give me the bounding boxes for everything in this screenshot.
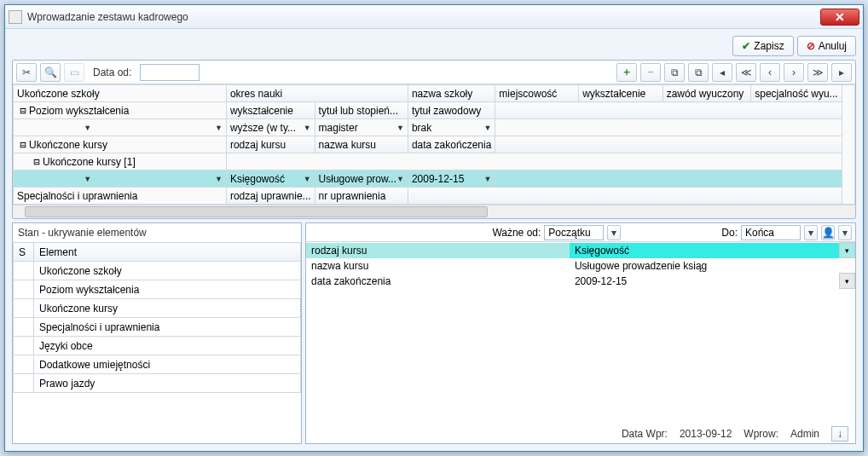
list-item[interactable]: Poziom wykształcenia <box>14 280 301 299</box>
list-item[interactable]: Języki obce <box>14 337 301 355</box>
nav-last-icon[interactable]: ▸ <box>831 63 852 82</box>
dropdown-cell[interactable]: wyższe (w ty...▼ <box>230 122 311 134</box>
chevron-down-icon[interactable]: ▾ <box>838 225 852 240</box>
v-scrollbar[interactable] <box>842 85 854 205</box>
nav-first-icon[interactable]: ◂ <box>712 63 732 82</box>
validity-bar: Ważne od: Początku ▾ Do: Końca ▾ 👤 ▾ <box>306 223 855 242</box>
tools-icon[interactable]: ✂ <box>16 63 37 82</box>
detail-row[interactable]: data zakończenia 2009-12-15 ▾ <box>306 274 855 289</box>
list-item[interactable]: Specjalności i uprawnienia <box>14 318 301 337</box>
chevron-down-icon: ▼ <box>304 175 311 183</box>
table-row[interactable]: Specjalności i uprawnienia rodzaj uprawn… <box>14 188 855 205</box>
item-label: Języki obce <box>34 337 301 355</box>
h-scrollbar[interactable] <box>13 205 855 218</box>
col-header: data zakończenia <box>408 136 495 153</box>
col-header: zawód wyuczony <box>663 85 751 102</box>
valid-to-label: Do: <box>721 227 738 239</box>
chevron-down-icon[interactable]: ▾ <box>840 274 855 289</box>
form-icon[interactable]: ▭ <box>64 63 84 82</box>
col-header: wykształcenie <box>226 102 315 119</box>
copy-left-icon[interactable]: ⧉ <box>664 63 685 82</box>
item-label: Ukończone szkoły <box>34 262 301 280</box>
list-item[interactable]: Dodatkowe umiejętności <box>14 355 301 374</box>
collapse-icon[interactable]: ⊟ <box>17 139 29 151</box>
list-item[interactable]: Ukończone szkoły <box>14 262 301 280</box>
chevron-down-icon[interactable]: ▾ <box>840 243 855 258</box>
table-row[interactable]: ⊟Poziom wykształcenia wykształcenie tytu… <box>14 102 855 119</box>
user-icon[interactable]: 👤 <box>821 225 835 240</box>
cell-value: wyższe (w ty... <box>230 122 296 134</box>
toolbar: ✂ 🔍 ▭ Data od: ＋ － ⧉ ⧉ ◂ ≪ ‹ › ≫ ▸ <box>13 61 855 84</box>
cell-value: 2009-12-15 <box>412 173 464 185</box>
col-header: specjalność wyu... <box>751 85 842 102</box>
tree-grid[interactable]: Ukończone szkoły okres nauki nazwa szkoł… <box>13 84 855 205</box>
cell-value: magister <box>319 122 358 134</box>
col-header: tytuł lub stopień... <box>315 102 408 119</box>
cancel-icon: ⊘ <box>807 40 815 52</box>
list-item[interactable]: Prawo jazdy <box>14 374 301 393</box>
table-row[interactable]: ⊟Ukończone kursy [1] <box>14 153 855 170</box>
date-entered-value: 2013-09-12 <box>680 428 732 440</box>
nav-fastfwd-icon[interactable]: ≫ <box>807 63 828 82</box>
col-header: nazwa szkoły <box>408 85 495 102</box>
table-row[interactable]: Ukończone szkoły okres nauki nazwa szkoł… <box>14 85 855 102</box>
main-panel: ✂ 🔍 ▭ Data od: ＋ － ⧉ ⧉ ◂ ≪ ‹ › ≫ ▸ <box>12 60 856 219</box>
col-header: nr uprawnienia <box>315 188 408 205</box>
chevron-down-icon: ▼ <box>396 124 404 132</box>
dropdown-cell[interactable]: 2009-12-15▼ <box>412 173 491 185</box>
chevron-down-icon[interactable]: ▾ <box>607 225 621 240</box>
chevron-down-icon: ▼ <box>215 124 223 132</box>
dropdown-cell[interactable]: Księgowość▼ <box>230 173 311 185</box>
col-header: miejscowość <box>495 85 579 102</box>
app-icon <box>9 10 22 24</box>
dropdown-cell[interactable]: magister▼ <box>319 122 404 134</box>
remove-button[interactable]: － <box>640 63 661 82</box>
down-arrow-button[interactable]: ↓ <box>831 426 848 442</box>
chevron-down-icon: ▼ <box>84 175 91 183</box>
chevron-down-icon: ▼ <box>396 175 404 183</box>
tree-label: Poziom wykształcenia <box>29 105 129 117</box>
dropdown-cell[interactable]: Usługowe prow...▼ <box>319 173 404 185</box>
add-button[interactable]: ＋ <box>616 63 637 82</box>
valid-to-combo[interactable]: Końca <box>741 225 801 240</box>
action-bar: ✔Zapisz ⊘Anuluj <box>12 36 856 56</box>
collapse-icon[interactable]: ⊟ <box>17 105 29 117</box>
date-from-label: Data od: <box>88 66 136 78</box>
table-row-selected[interactable]: ▼▼ Księgowość▼ Usługowe prow...▼ 2009-12… <box>14 170 855 188</box>
date-from-input[interactable] <box>140 64 200 81</box>
detail-row[interactable]: rodzaj kursu Księgowość ▾ <box>306 243 855 258</box>
table-row[interactable]: ⊟Ukończone kursy rodzaj kursu nazwa kurs… <box>14 136 855 153</box>
close-button[interactable]: ✕ <box>820 9 859 26</box>
collapse-icon[interactable]: ⊟ <box>31 156 43 168</box>
cancel-button[interactable]: ⊘Anuluj <box>797 36 856 56</box>
search-icon[interactable]: 🔍 <box>40 63 61 82</box>
nav-next-icon[interactable]: › <box>784 63 804 82</box>
check-icon: ✔ <box>742 40 750 52</box>
list-item-selected[interactable]: Ukończone kursy <box>14 299 301 318</box>
nav-prev-icon[interactable]: ‹ <box>760 63 780 82</box>
copy-right-icon[interactable]: ⧉ <box>688 63 709 82</box>
dropdown-cell[interactable]: ▼▼ <box>39 124 223 132</box>
detail-key: data zakończenia <box>306 274 570 289</box>
nav-fastback-icon[interactable]: ≪ <box>736 63 756 82</box>
lower-split: Stan - ukrywanie elementów SElement Ukoń… <box>12 222 856 444</box>
valid-from-combo[interactable]: Początku <box>544 225 604 240</box>
cancel-label: Anuluj <box>819 40 847 52</box>
state-panel: Stan - ukrywanie elementów SElement Ukoń… <box>12 222 302 444</box>
dropdown-cell[interactable]: ▼▼ <box>39 175 223 183</box>
save-button[interactable]: ✔Zapisz <box>732 36 793 56</box>
detail-row[interactable]: nazwa kursu Usługowe prowadzenie ksiąg <box>306 258 855 274</box>
table-row[interactable]: ▼▼ wyższe (w ty...▼ magister▼ brak▼ <box>14 119 855 136</box>
detail-key: rodzaj kursu <box>306 243 570 258</box>
chevron-down-icon: ▼ <box>483 124 491 132</box>
cell-value: Księgowość <box>230 173 285 185</box>
entered-by-label: Wprow: <box>744 428 778 440</box>
item-label: Dodatkowe umiejętności <box>34 355 301 374</box>
scrollbar-thumb[interactable] <box>25 206 488 217</box>
state-table: SElement Ukończone szkoły Poziom wykszta… <box>13 242 301 393</box>
item-label: Ukończone kursy <box>34 299 301 318</box>
chevron-down-icon: ▼ <box>304 124 311 132</box>
col-header: okres nauki <box>226 85 408 102</box>
dropdown-cell[interactable]: brak▼ <box>412 122 491 134</box>
chevron-down-icon[interactable]: ▾ <box>804 225 818 240</box>
